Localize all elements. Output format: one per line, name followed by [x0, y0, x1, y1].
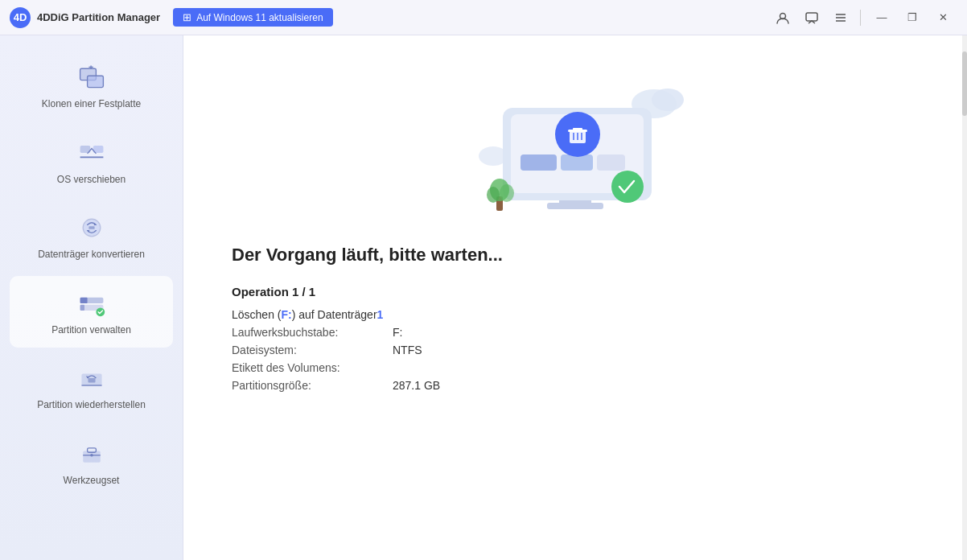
main-layout: Klonen einer Festplatte OS verschieben [0, 35, 967, 560]
detail-row-partition-size: Partitionsgröße: 287.1 GB [232, 379, 919, 392]
upgrade-badge-label: Auf Windows 11 aktualisieren [196, 12, 323, 23]
titlebar: 4D 4DDiG Partition Manager ⊞ Auf Windows… [0, 0, 967, 35]
detail-label-volume: Etikett des Volumens: [232, 361, 393, 374]
detail-row-volume-label: Etikett des Volumens: [232, 361, 919, 374]
svg-rect-19 [80, 298, 87, 303]
sidebar-item-clone-disk-label: Klonen einer Festplatte [42, 98, 141, 111]
sidebar-item-migrate-os-label: OS verschieben [57, 174, 126, 187]
svg-point-29 [90, 454, 93, 457]
app-name: 4DDiG Partition Manager [37, 11, 160, 23]
sidebar-item-manage-partition-label: Partition verwalten [51, 324, 131, 337]
app-logo: 4D [10, 7, 31, 28]
detail-label-filesystem: Dateisystem: [232, 344, 393, 356]
svg-rect-38 [561, 154, 593, 171]
svg-rect-24 [88, 378, 95, 382]
titlebar-divider [860, 10, 861, 26]
illustration-svg [446, 60, 704, 229]
operation-prefix: Löschen ( [232, 308, 281, 321]
titlebar-controls: — ❐ ✕ [770, 5, 957, 31]
svg-rect-9 [87, 76, 103, 87]
scrollbar[interactable] [962, 35, 967, 560]
sidebar-item-restore-partition[interactable]: Partition wiederherstellen [10, 351, 173, 423]
operation-counter: Operation 1 / 1 [232, 285, 919, 299]
operation-counter-text: Operation 1 / 1 [232, 285, 315, 299]
svg-rect-21 [80, 305, 84, 311]
scroll-thumb[interactable] [962, 51, 967, 116]
operation-description: Löschen (F:) auf Datenträger 1 [232, 308, 919, 321]
manage-partition-icon [76, 287, 108, 319]
detail-label-size: Partitionsgröße: [232, 379, 393, 392]
feedback-icon[interactable] [799, 5, 825, 31]
minimize-button[interactable]: — [867, 5, 896, 31]
migrate-os-icon [76, 137, 108, 169]
sidebar-item-clone-disk[interactable]: Klonen einer Festplatte [10, 50, 173, 122]
illustration-area [232, 60, 919, 229]
svg-rect-3 [806, 13, 817, 21]
restore-partition-icon [76, 362, 108, 394]
svg-point-31 [652, 89, 684, 111]
main-heading: Der Vorgang läuft, bitte warten... [232, 245, 919, 266]
maximize-button[interactable]: ❐ [898, 5, 927, 31]
sidebar-item-convert-disk[interactable]: Datenträger konvertieren [10, 200, 173, 273]
detail-value-size: 287.1 GB [393, 379, 440, 392]
svg-rect-17 [88, 226, 94, 229]
windows-icon: ⊞ [183, 11, 191, 23]
sidebar-item-manage-partition[interactable]: Partition verwalten [10, 276, 173, 348]
sidebar: Klonen einer Festplatte OS verschieben [0, 35, 183, 560]
detail-label-drive: Laufwerksbuchstabe: [232, 326, 393, 339]
account-icon[interactable] [770, 5, 796, 31]
sidebar-item-convert-disk-label: Datenträger konvertieren [38, 249, 145, 261]
upgrade-badge[interactable]: ⊞ Auf Windows 11 aktualisieren [173, 8, 332, 27]
close-button[interactable]: ✕ [928, 5, 957, 31]
svg-rect-43 [573, 128, 582, 131]
content-area: Der Vorgang läuft, bitte warten... Opera… [183, 35, 967, 560]
detail-value-drive: F: [393, 326, 402, 339]
svg-text:4D: 4D [14, 11, 27, 23]
window-controls: — ❐ ✕ [867, 5, 957, 31]
operation-suffix: ) auf Datenträger [292, 308, 377, 321]
svg-point-50 [487, 187, 500, 203]
operation-disk-num: 1 [377, 308, 384, 321]
operation-drive: F: [281, 308, 291, 321]
svg-point-47 [611, 171, 644, 203]
toolkit-icon [76, 438, 108, 470]
svg-rect-37 [521, 154, 557, 171]
sidebar-item-restore-partition-label: Partition wiederherstellen [37, 399, 146, 412]
svg-rect-34 [547, 203, 603, 209]
detail-row-filesystem: Dateisystem: NTFS [232, 344, 919, 356]
convert-disk-icon [76, 212, 108, 244]
svg-rect-39 [597, 154, 625, 171]
detail-value-filesystem: NTFS [393, 344, 422, 356]
svg-point-51 [500, 184, 514, 202]
clone-disk-icon [76, 61, 108, 93]
menu-icon[interactable] [828, 5, 854, 31]
sidebar-item-migrate-os[interactable]: OS verschieben [10, 126, 173, 198]
detail-row-drive-letter: Laufwerksbuchstabe: F: [232, 326, 919, 339]
content-inner: Der Vorgang läuft, bitte warten... Opera… [183, 35, 967, 429]
sidebar-item-toolkit[interactable]: Werkzeugset [10, 426, 173, 499]
sidebar-item-toolkit-label: Werkzeugset [64, 475, 120, 488]
